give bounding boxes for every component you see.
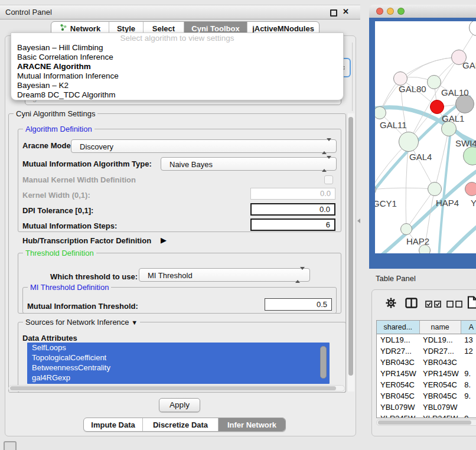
dock-mini-icon[interactable] <box>4 441 17 450</box>
table-column-header[interactable]: shared... <box>377 321 419 334</box>
network-node[interactable] <box>400 223 412 235</box>
attribute-item-selected[interactable]: TopologicalCoefficient <box>27 353 330 363</box>
table-cell[interactable]: YPR145W <box>377 368 419 379</box>
table-cell[interactable]: YLR345W <box>377 413 419 418</box>
dropdown-item[interactable]: Basic Correlation Inference <box>11 53 343 62</box>
table-cell[interactable]: YDR27... <box>419 345 461 357</box>
table-horizontal-scrollbar[interactable] <box>376 419 476 426</box>
table-cell[interactable]: YBR045C <box>377 390 419 402</box>
table-panel-title: Table Panel <box>376 274 416 283</box>
table-cell[interactable] <box>461 402 476 413</box>
zoom-traffic-light-icon[interactable] <box>397 8 405 15</box>
dropdown-item[interactable]: ARACNE Algorithm <box>11 62 343 71</box>
dropdown-item[interactable]: Mutual Information Inference <box>11 71 343 81</box>
table-cell[interactable]: YBR045C <box>419 390 461 402</box>
tab-label: Impute Data <box>91 420 135 429</box>
unchecked-pair-icon[interactable] <box>446 299 463 310</box>
table-cell[interactable]: YLR345W <box>419 413 461 418</box>
tab-discretize-data[interactable]: Discretize Data <box>143 418 219 431</box>
table-row[interactable]: YBR045CYBR045C9. <box>377 390 476 402</box>
table-row[interactable]: YLR345WYLR345W9. <box>377 413 476 418</box>
float-window-icon[interactable] <box>330 9 337 17</box>
table-cell[interactable] <box>461 357 476 368</box>
table-cell[interactable]: 9. <box>461 368 476 379</box>
node-label: GAL1 <box>442 113 464 123</box>
apply-button[interactable]: Apply <box>159 398 200 412</box>
table-cell[interactable]: YBR043C <box>377 357 419 368</box>
table-column-header[interactable]: A <box>461 321 476 334</box>
dropdown-item[interactable]: Bayesian – Hill Climbing <box>11 43 343 53</box>
vertical-scroll-thumb[interactable] <box>348 117 353 376</box>
dropdown-item[interactable]: Bayesian – K2 <box>11 81 343 90</box>
dpi-tolerance-field[interactable]: 0.0 <box>250 203 335 216</box>
settings-vertical-scrollbar[interactable] <box>347 113 354 392</box>
checked-pair-icon[interactable] <box>425 299 442 310</box>
close-icon[interactable]: ✕ <box>343 7 349 16</box>
split-columns-icon[interactable] <box>405 298 418 311</box>
settings-horizontal-scrollbar[interactable] <box>8 385 345 392</box>
data-attributes-list[interactable]: SelfLoopsTopologicalCoefficientBetweenne… <box>27 343 330 384</box>
mi-threshold-group-title: MI Threshold Definition <box>28 283 111 292</box>
minimize-traffic-light-icon[interactable] <box>387 8 394 15</box>
table-cell[interactable]: YDR27... <box>377 345 419 357</box>
table-cell[interactable]: YER054C <box>419 379 461 390</box>
table-cell[interactable]: YDL19... <box>419 334 461 346</box>
table-cell[interactable]: YER054C <box>377 379 419 390</box>
table-row[interactable]: YBL079WYBL079W <box>377 402 476 413</box>
tab-label: Network <box>70 24 100 33</box>
table-cell[interactable]: 9. <box>461 413 476 418</box>
aracne-mode-combo[interactable]: Discovery <box>71 139 337 153</box>
table-row[interactable]: YPR145WYPR145W9. <box>377 368 476 379</box>
attribute-item-selected[interactable]: BetweennessCentrality <box>27 363 330 373</box>
table-scroll-thumb[interactable] <box>378 420 471 425</box>
network-node[interactable] <box>428 182 442 196</box>
sources-collapse-icon[interactable]: ▼ <box>131 319 138 326</box>
which-threshold-label: Which threshold to use: <box>50 272 138 281</box>
attribute-item-selected[interactable]: SelfLoops <box>27 343 330 353</box>
table-cell[interactable]: 8. <box>461 379 476 390</box>
table-cell[interactable]: 9. <box>461 390 476 402</box>
table-cell[interactable]: YBL079W <box>419 402 461 413</box>
tab-infer-network[interactable]: Infer Network <box>219 418 285 431</box>
table-cell[interactable]: YPR145W <box>419 368 461 379</box>
table-cell[interactable]: YBL079W <box>377 402 419 413</box>
table-cell[interactable]: 12 <box>461 345 476 357</box>
network-node[interactable] <box>399 132 419 152</box>
algorithm-dropdown: Select algorithm to view settings Bayesi… <box>11 32 344 100</box>
table-row[interactable]: YBR043CYBR043C <box>377 357 476 368</box>
tab-impute-data[interactable]: Impute Data <box>84 418 143 431</box>
which-threshold-combo[interactable]: MI Threshold <box>139 268 310 282</box>
mi-steps-field[interactable]: 6 <box>250 219 335 231</box>
hub-expand-icon[interactable]: ▶ <box>161 236 167 244</box>
gear-icon[interactable] <box>385 297 397 311</box>
dropdown-item[interactable]: Dream8 DC_TDC Algorithm <box>11 90 343 100</box>
network-node[interactable] <box>465 182 476 196</box>
mi-threshold-field[interactable]: 0.5 <box>265 298 332 311</box>
panel-splitter-icon[interactable] <box>357 219 360 223</box>
kernel-width-field[interactable]: 0.0 <box>250 188 335 200</box>
table-cell[interactable]: 13 <box>461 334 476 346</box>
document-icon[interactable] <box>467 296 476 311</box>
node-label: GAL80 <box>399 84 426 94</box>
mi-algorithm-type-combo[interactable]: Naive Bayes <box>161 157 337 171</box>
application-window: Control Panel ✕ NetworkStyleSelectCyni T… <box>0 0 476 450</box>
table-column-header[interactable]: name <box>419 321 461 334</box>
table-row[interactable]: YDL19...YDL19...13 <box>377 334 476 346</box>
table-cell[interactable]: YDL19... <box>377 334 419 346</box>
network-view-window: GALGAL80GAL10GAL1GAL11SWI4GAL4GCY1HAP4YH… <box>369 5 476 269</box>
table-row[interactable]: YDR27...YDR27...12 <box>377 345 476 357</box>
node-table[interactable]: shared...nameAYDL19...YDL19...13YDR27...… <box>376 320 476 418</box>
tab-label: jActiveMNodules <box>252 24 314 33</box>
node-label: GAL11 <box>380 120 407 130</box>
list-scrollbar-thumb[interactable] <box>320 346 327 379</box>
close-traffic-light-icon[interactable] <box>376 8 383 15</box>
network-node[interactable] <box>427 75 441 89</box>
network-canvas[interactable]: GALGAL80GAL10GAL1GAL11SWI4GAL4GCY1HAP4YH… <box>375 21 476 253</box>
manual-kernel-width-checkbox[interactable] <box>324 175 333 184</box>
hub-definition-label[interactable]: Hub/Transcription Factor Definition <box>22 236 151 245</box>
attribute-item-selected[interactable]: gal4RGexp <box>27 373 330 383</box>
network-node[interactable] <box>430 100 444 114</box>
horizontal-scroll-thumb[interactable] <box>10 386 336 390</box>
table-cell[interactable]: YBR043C <box>419 357 461 368</box>
table-row[interactable]: YER054CYER054C8. <box>377 379 476 390</box>
